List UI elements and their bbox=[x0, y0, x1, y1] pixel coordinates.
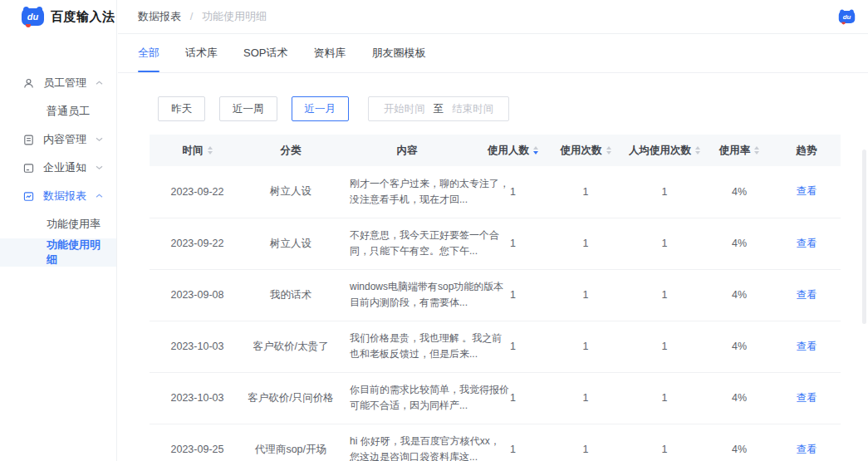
column-header-rate[interactable]: 使用率 bbox=[706, 135, 772, 166]
baidu-ime-logo-icon: du bbox=[22, 8, 44, 26]
table-row: 2023-09-22 树立人设 不好意思，我今天正好要签一个合同，只能下午有空。… bbox=[150, 218, 841, 269]
quick-filter-button[interactable]: 昨天 bbox=[158, 96, 205, 121]
filter-bar: 昨天近一周近一月 开始时间 至 结束时间 bbox=[158, 96, 841, 121]
sidebar-item-usage-detail[interactable]: 功能使用明细 bbox=[0, 238, 116, 267]
logo-tongue bbox=[841, 22, 845, 24]
cell-users: 1 bbox=[478, 321, 548, 372]
cell-times: 1 bbox=[548, 218, 623, 269]
tab[interactable]: 全部 bbox=[138, 34, 159, 72]
view-trend-link[interactable]: 查看 bbox=[797, 185, 817, 197]
cell-content: windows电脑端带有sop功能的版本目前内测阶段，有需要体... bbox=[336, 269, 478, 321]
quick-filter-button[interactable]: 近一周 bbox=[219, 96, 277, 121]
view-trend-link[interactable]: 查看 bbox=[797, 392, 817, 404]
cell-content: 你目前的需求比较简单，我觉得报价可能不合适，因为同样产... bbox=[336, 372, 478, 424]
cell-trend: 查看 bbox=[772, 218, 841, 269]
app-logo: du 百度输入法 bbox=[0, 0, 116, 34]
column-header-avg[interactable]: 人均使用次数 bbox=[623, 135, 706, 166]
column-header-category: 分类 bbox=[245, 135, 336, 166]
sidebar-item-label: 功能使用明细 bbox=[47, 238, 103, 267]
view-trend-link[interactable]: 查看 bbox=[797, 238, 817, 249]
sidebar-item-enterprise-notice[interactable]: 企业通知 bbox=[0, 154, 116, 182]
sidebar-item-usage-rate[interactable]: 功能使用率 bbox=[0, 210, 116, 238]
chevron-up-icon bbox=[96, 81, 103, 86]
cell-users: 1 bbox=[478, 372, 548, 424]
tab[interactable]: SOP话术 bbox=[243, 34, 287, 72]
content-area: 昨天近一周近一月 开始时间 至 结束时间 时间 bbox=[118, 73, 868, 461]
end-date-placeholder: 结束时间 bbox=[452, 102, 493, 116]
sort-icon bbox=[695, 146, 700, 154]
tab[interactable]: 话术库 bbox=[185, 34, 218, 72]
view-trend-link[interactable]: 查看 bbox=[797, 444, 817, 455]
notice-icon bbox=[22, 162, 35, 174]
breadcrumb-section[interactable]: 数据报表 bbox=[138, 10, 181, 22]
column-label: 使用人数 bbox=[488, 145, 529, 156]
logo-text: du bbox=[27, 12, 38, 22]
cell-rate: 4% bbox=[706, 321, 772, 372]
cell-avg: 1 bbox=[623, 372, 706, 424]
column-label: 时间 bbox=[183, 145, 204, 156]
user-icon bbox=[22, 77, 35, 90]
sidebar-item-label: 普通员工 bbox=[47, 104, 90, 119]
tab-label: 话术库 bbox=[185, 46, 218, 61]
logo-tongue bbox=[26, 24, 31, 27]
column-label: 分类 bbox=[281, 145, 302, 156]
column-label: 人均使用次数 bbox=[629, 145, 691, 156]
column-label: 使用次数 bbox=[561, 145, 602, 156]
sort-icon bbox=[208, 146, 213, 154]
cell-time: 2023-10-03 bbox=[150, 372, 245, 424]
view-trend-link[interactable]: 查看 bbox=[797, 341, 817, 352]
tab[interactable]: 资料库 bbox=[313, 34, 346, 72]
sidebar-item-data-report[interactable]: 数据报表 bbox=[0, 182, 116, 210]
column-header-time[interactable]: 时间 bbox=[150, 135, 245, 166]
cell-time: 2023-10-03 bbox=[150, 321, 245, 372]
document-icon bbox=[22, 134, 35, 146]
sort-icon bbox=[606, 146, 611, 154]
cell-category: 客户砍价/只问价格 bbox=[245, 372, 336, 424]
cell-category: 我的话术 bbox=[245, 269, 336, 321]
cell-avg: 1 bbox=[623, 269, 706, 321]
cell-time: 2023-09-22 bbox=[150, 218, 245, 269]
cell-rate: 4% bbox=[706, 166, 772, 218]
column-header-users[interactable]: 使用人数 bbox=[478, 135, 548, 166]
sort-icon bbox=[754, 146, 759, 154]
app-name: 百度输入法 bbox=[51, 9, 115, 25]
table-row: 2023-09-08 我的话术 windows电脑端带有sop功能的版本目前内测… bbox=[150, 269, 841, 321]
sidebar-item-staff-management[interactable]: 员工管理 bbox=[0, 69, 116, 97]
cell-category: 代理商sop/开场 bbox=[245, 424, 336, 461]
cell-avg: 1 bbox=[623, 166, 706, 218]
cell-avg: 1 bbox=[623, 218, 706, 269]
table-row: 2023-09-25 代理商sop/开场 hi 你好呀，我是百度官方核代xx，您… bbox=[150, 424, 841, 461]
cell-content: hi 你好呀，我是百度官方核代xx，您这边是咨询口袋资料库这... bbox=[336, 424, 478, 461]
app-root: du 百度输入法 员工管理 普通员工 内容管理 企业通知 bbox=[0, 0, 868, 461]
tab[interactable]: 朋友圈模板 bbox=[371, 34, 425, 72]
column-header-times[interactable]: 使用次数 bbox=[548, 135, 623, 166]
cell-times: 1 bbox=[548, 166, 623, 218]
cell-users: 1 bbox=[478, 269, 548, 321]
cell-content: 刚才一个客户过来，聊的太专注了，没注意看手机，现在才回... bbox=[336, 166, 478, 218]
cell-trend: 查看 bbox=[772, 372, 841, 424]
cell-users: 1 bbox=[478, 218, 548, 269]
cell-avg: 1 bbox=[623, 424, 706, 461]
sidebar-nav: 员工管理 普通员工 内容管理 企业通知 数据报表 功能 bbox=[0, 34, 116, 267]
cell-rate: 4% bbox=[706, 424, 772, 461]
header-logo-icon[interactable]: du bbox=[839, 10, 855, 22]
date-range-picker[interactable]: 开始时间 至 结束时间 bbox=[368, 96, 509, 121]
scrollbar-thumb[interactable] bbox=[862, 150, 866, 324]
sidebar-item-regular-staff[interactable]: 普通员工 bbox=[0, 97, 116, 125]
sidebar-item-label: 功能使用率 bbox=[47, 217, 101, 232]
tab-bar: 全部话术库SOP话术资料库朋友圈模板 bbox=[118, 34, 868, 73]
cell-trend: 查看 bbox=[772, 269, 841, 321]
chevron-down-icon bbox=[96, 165, 103, 170]
sidebar-item-label: 内容管理 bbox=[43, 132, 86, 147]
chevron-down-icon bbox=[96, 137, 103, 142]
quick-filter-button[interactable]: 近一月 bbox=[292, 96, 350, 121]
cell-trend: 查看 bbox=[772, 321, 841, 372]
sidebar: du 百度输入法 员工管理 普通员工 内容管理 企业通知 bbox=[0, 0, 117, 461]
view-trend-link[interactable]: 查看 bbox=[797, 289, 817, 301]
column-header-content: 内容 bbox=[336, 135, 478, 166]
sidebar-item-content-management[interactable]: 内容管理 bbox=[0, 125, 116, 154]
tab-label: 全部 bbox=[138, 46, 159, 61]
column-header-trend: 趋势 bbox=[772, 135, 841, 166]
cell-rate: 4% bbox=[706, 372, 772, 424]
table-row: 2023-09-22 树立人设 刚才一个客户过来，聊的太专注了，没注意看手机，现… bbox=[150, 166, 841, 218]
